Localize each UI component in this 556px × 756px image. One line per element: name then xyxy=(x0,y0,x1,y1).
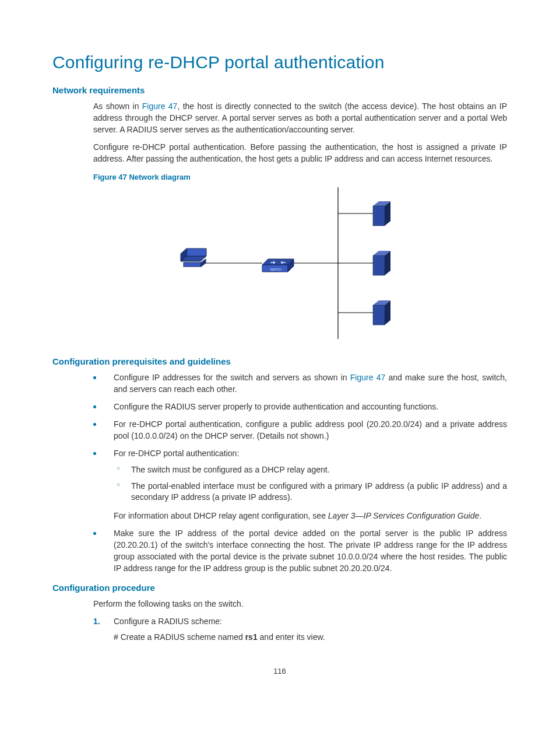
page-title: Configuring re-DHCP portal authenticatio… xyxy=(52,52,507,72)
list-item: Make sure the IP address of the portal d… xyxy=(93,528,507,575)
page-number: 116 xyxy=(52,667,507,676)
paragraph: Configure re-DHCP portal authentication.… xyxy=(93,142,507,165)
list-item: Configure IP addresses for the switch an… xyxy=(93,372,507,396)
figure-caption: Figure 47 Network diagram xyxy=(93,173,507,181)
step-item: Configure a RADIUS scheme: # Create a RA… xyxy=(93,616,507,644)
figure-link[interactable]: Figure 47 xyxy=(350,373,385,382)
svg-marker-7 xyxy=(186,249,206,256)
body-prerequisites: Configure IP addresses for the switch an… xyxy=(93,372,507,574)
heading-prerequisites: Configuration prerequisites and guidelin… xyxy=(52,356,507,366)
list-item: Configure the RADIUS server properly to … xyxy=(93,401,507,413)
paragraph: Perform the following tasks on the switc… xyxy=(93,598,507,610)
list-sub-item: The switch must be configured as a DHCP … xyxy=(114,464,507,476)
network-diagram: SWITCH xyxy=(149,187,452,339)
svg-marker-22 xyxy=(373,305,385,325)
body-network-requirements: As shown in Figure 47, the host is direc… xyxy=(93,101,507,339)
list-item: For re-DHCP portal authentication, confi… xyxy=(93,419,507,442)
body-procedure: Perform the following tasks on the switc… xyxy=(93,598,507,644)
step-detail: # Create a RADIUS scheme named rs1 and e… xyxy=(114,632,507,643)
svg-rect-9 xyxy=(184,262,201,267)
list-item: For re-DHCP portal authentication: The s… xyxy=(93,448,507,522)
server-icon-3 xyxy=(373,300,390,325)
figure-link[interactable]: Figure 47 xyxy=(142,102,178,111)
paragraph: As shown in Figure 47, the host is direc… xyxy=(93,101,507,136)
heading-procedure: Configuration procedure xyxy=(52,583,507,593)
switch-icon: SWITCH xyxy=(262,259,294,272)
svg-text:SWITCH: SWITCH xyxy=(270,268,281,271)
svg-marker-19 xyxy=(373,256,385,275)
note: For information about DHCP relay agent c… xyxy=(114,510,507,522)
heading-network-requirements: Network requirements xyxy=(52,85,507,95)
host-icon xyxy=(181,249,206,267)
page: Configuring re-DHCP portal authenticatio… xyxy=(0,0,556,699)
server-icon-2 xyxy=(373,251,390,275)
list-sub-item: The portal-enabled interface must be con… xyxy=(114,481,507,504)
svg-marker-16 xyxy=(373,206,385,226)
server-icon-1 xyxy=(373,201,390,226)
